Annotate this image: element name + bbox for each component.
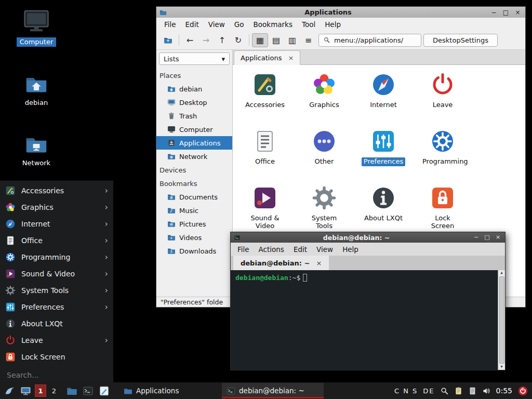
menu-item-lock-screen[interactable]: Lock Screen <box>0 349 113 365</box>
menu-item-system-tools[interactable]: System Tools › <box>0 282 113 299</box>
maximize-button[interactable]: □ <box>501 8 510 17</box>
app-menu-button[interactable] <box>2 383 17 398</box>
menu-item-internet[interactable]: Internet › <box>0 216 113 232</box>
workspace-button-2[interactable]: 2 <box>48 384 60 397</box>
task-terminal[interactable]: debian@debian: ~ <box>222 383 324 398</box>
app-item-label: Internet <box>368 101 399 110</box>
menu-edit[interactable]: Edit <box>289 245 312 254</box>
menu-item-about-lxqt[interactable]: About LXQt <box>0 315 113 332</box>
app-item-graphics[interactable]: Graphics <box>295 70 354 126</box>
terminal-titlebar[interactable]: debian@debian: ~ − □ × <box>231 232 505 243</box>
menu-help[interactable]: Help <box>320 20 345 29</box>
new-tab-button[interactable] <box>160 33 176 47</box>
app-item-system-tools[interactable]: System Tools <box>295 183 354 240</box>
app-item-programming[interactable]: Programming <box>413 126 472 183</box>
sidebar-item-computer[interactable]: Computer <box>156 123 232 136</box>
menu-item-preferences[interactable]: Preferences › <box>0 299 113 315</box>
forward-button[interactable]: → <box>198 33 214 47</box>
menu-edit[interactable]: Edit <box>181 20 204 29</box>
launcher-terminal[interactable] <box>81 383 96 398</box>
app-item-about-lxqt[interactable]: About LXQt <box>354 183 413 240</box>
maximize-button[interactable]: □ <box>483 233 491 242</box>
document-tray-icon[interactable] <box>468 387 477 395</box>
scroll-up-icon[interactable]: ▲ <box>500 271 502 275</box>
show-desktop-button[interactable] <box>18 383 33 398</box>
sidebar-mode-select[interactable]: Lists ▾ <box>159 52 230 65</box>
terminal-tab[interactable]: debian@debian: ~ × <box>233 256 329 270</box>
menu-item-sound-video[interactable]: Sound & Video › <box>0 265 113 282</box>
close-button[interactable]: × <box>494 233 502 242</box>
folder-icon <box>124 387 132 395</box>
menu-item-leave[interactable]: Leave › <box>0 332 113 349</box>
menu-item-programming[interactable]: Programming › <box>0 249 113 265</box>
menu-bookmarks[interactable]: Bookmarks <box>249 20 297 29</box>
tab-applications[interactable]: Applications × <box>234 50 300 65</box>
menu-item-label: Lock Screen <box>21 353 65 361</box>
app-item-preferences[interactable]: Preferences <box>354 126 413 183</box>
app-item-sound-video[interactable]: Sound & Video <box>235 183 295 240</box>
sidebar-item-trash[interactable]: Trash <box>156 109 232 123</box>
desktop-icon-computer[interactable]: Computer <box>11 7 61 47</box>
sidebar-item-debian[interactable]: debian <box>156 82 232 96</box>
workspace-button-1[interactable]: 1 <box>35 384 46 397</box>
scrollbar-thumb[interactable] <box>499 276 504 364</box>
app-item-leave[interactable]: Leave <box>413 70 472 126</box>
thumbnail-view-button[interactable]: ▤ <box>268 33 284 47</box>
sidebar-item-documents[interactable]: Documents <box>156 190 232 204</box>
desktop-settings-button[interactable]: DesktopSettings <box>423 34 498 47</box>
reload-button[interactable]: ↻ <box>230 33 246 47</box>
desktop-icon-network[interactable]: Network <box>11 133 61 168</box>
minimize-button[interactable]: − <box>472 233 480 242</box>
app-item-internet[interactable]: Internet <box>354 70 413 126</box>
app-item-office[interactable]: Office <box>235 126 295 183</box>
tab-close-icon[interactable]: × <box>288 54 294 62</box>
task-applications[interactable]: Applications <box>119 383 221 398</box>
toolbar-separator <box>249 34 249 46</box>
sidebar-item-applications[interactable]: Applications <box>156 136 232 150</box>
back-button[interactable]: ← <box>182 33 198 47</box>
menu-item-accessories[interactable]: Accessories › <box>0 182 113 199</box>
terminal-screen[interactable]: debian@debian:~$ ▲ ▼ <box>231 270 505 370</box>
menu-tool[interactable]: Tool <box>297 20 320 29</box>
launcher-file-manager[interactable] <box>64 383 79 398</box>
menu-view[interactable]: View <box>312 245 338 254</box>
terminal-scrollbar[interactable]: ▲ ▼ <box>498 270 505 370</box>
menu-item-office[interactable]: Office › <box>0 232 113 249</box>
menu-search-input[interactable]: Search... <box>0 368 113 382</box>
app-item-lock-screen[interactable]: Lock Screen <box>413 183 472 240</box>
compact-view-button[interactable]: ▥ <box>284 33 300 47</box>
app-item-other[interactable]: Other <box>295 126 354 183</box>
close-button[interactable]: × <box>513 8 522 17</box>
magnifier-tray-icon[interactable] <box>440 387 449 395</box>
keyboard-layout[interactable]: DE <box>423 387 434 395</box>
menu-go[interactable]: Go <box>230 20 249 29</box>
menu-file[interactable]: File <box>233 245 254 254</box>
menu-view[interactable]: View <box>204 20 230 29</box>
volume-icon[interactable] <box>482 387 491 395</box>
menu-file[interactable]: File <box>159 20 181 29</box>
sidebar-item-pictures[interactable]: Pictures <box>156 217 232 231</box>
desktop-icon-debian[interactable]: debian <box>11 73 61 108</box>
menu-actions[interactable]: Actions <box>254 245 289 254</box>
sidebar-item-downloads[interactable]: Downloads <box>156 244 232 258</box>
scroll-down-icon[interactable]: ▼ <box>500 365 502 369</box>
minimize-button[interactable]: − <box>489 8 498 17</box>
menu-help[interactable]: Help <box>338 245 363 254</box>
sidebar-item-desktop[interactable]: Desktop <box>156 96 232 109</box>
clipboard-tray-icon[interactable] <box>454 387 463 395</box>
keyboard-indicator[interactable]: C N S <box>394 387 418 395</box>
address-bar[interactable]: menu://applications/ <box>318 34 421 47</box>
tab-close-icon[interactable]: × <box>316 259 322 267</box>
sidebar-item-network[interactable]: Network <box>156 150 232 163</box>
sidebar-item-music[interactable]: Music <box>156 204 232 217</box>
power-button-icon[interactable] <box>517 385 528 396</box>
launcher-editor[interactable] <box>97 383 112 398</box>
app-item-accessories[interactable]: Accessories <box>235 70 295 126</box>
icon-view-button[interactable]: ▦ <box>252 33 268 47</box>
up-button[interactable]: ↑ <box>214 33 230 47</box>
detailed-view-button[interactable]: ≡ <box>300 33 316 47</box>
file-manager-titlebar[interactable]: Applications − □ × <box>156 7 525 18</box>
menu-item-graphics[interactable]: Graphics › <box>0 199 113 216</box>
clock[interactable]: 0:55 <box>496 387 512 395</box>
sidebar-item-videos[interactable]: Videos <box>156 231 232 244</box>
